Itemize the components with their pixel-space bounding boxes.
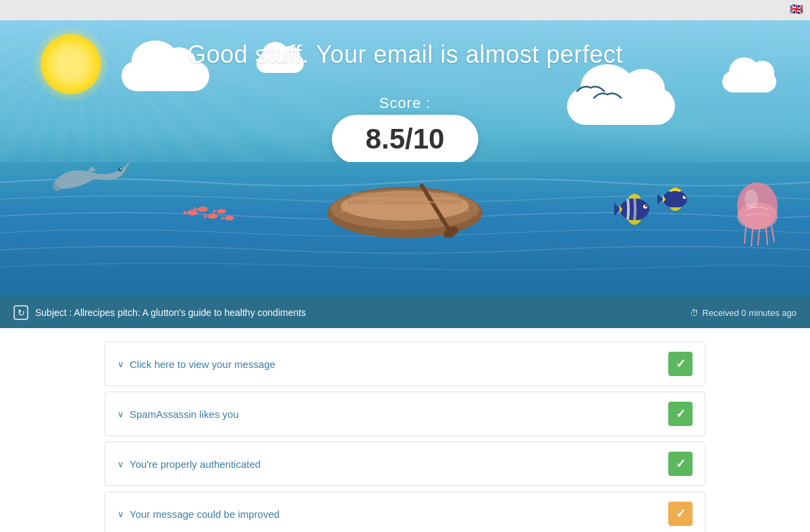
boat <box>324 111 486 240</box>
jellyfish <box>732 179 783 246</box>
svg-point-19 <box>684 196 686 197</box>
accordion-label-4: ∨Your message could be improved <box>117 508 279 520</box>
accordion: ∨Click here to view your message✓∨SpamAs… <box>105 342 705 532</box>
subject-right: ⏱ Received 0 minutes ago <box>690 308 796 318</box>
accordion-badge-3: ✓ <box>668 452 693 476</box>
accordion-badge-2: ✓ <box>668 402 693 426</box>
score-label: Score : <box>379 95 431 112</box>
accordion-label-1: ∨Click here to view your message <box>117 358 275 370</box>
clock-icon: ⏱ <box>690 308 699 318</box>
svg-point-22 <box>745 190 758 209</box>
svg-point-13 <box>225 216 234 221</box>
accordion-text: You're properly authenticated <box>130 458 261 470</box>
accordion-item-1[interactable]: ∨Click here to view your message✓ <box>105 342 705 386</box>
chevron-icon: ∨ <box>117 509 124 519</box>
accordion-text: Your message could be improved <box>130 508 279 520</box>
accordion-item-2[interactable]: ∨SpamAssassin likes you✓ <box>105 392 705 436</box>
chevron-icon: ∨ <box>117 359 124 369</box>
svg-point-9 <box>187 210 198 215</box>
refresh-button[interactable]: ↻ <box>14 305 28 320</box>
chevron-icon: ∨ <box>117 459 124 469</box>
hero-title: Good stuff. Your email is almost perfect <box>187 41 623 69</box>
accordion-badge-1: ✓ <box>668 352 693 376</box>
accordion-item-4[interactable]: ∨Your message could be improved✓ <box>105 491 705 532</box>
svg-rect-4 <box>351 192 459 198</box>
accordion-badge-4: ✓ <box>668 502 693 526</box>
svg-line-25 <box>758 229 759 245</box>
subject-left: ↻ Subject : Allrecipes pitch: A glutton'… <box>14 305 306 320</box>
subject-bar: ↻ Subject : Allrecipes pitch: A glutton'… <box>0 297 810 328</box>
received-text: Received 0 minutes ago <box>703 308 796 318</box>
content-area: ∨Click here to view your message✓∨SpamAs… <box>0 328 810 532</box>
svg-line-23 <box>745 228 746 243</box>
birds <box>574 74 628 108</box>
accordion-text: SpamAssassin likes you <box>130 408 239 420</box>
accordion-label-3: ∨You're properly authenticated <box>117 458 261 470</box>
svg-point-7 <box>118 167 122 171</box>
lang-flag[interactable]: 🇬🇧 <box>790 3 803 16</box>
tropical-fish <box>614 176 695 243</box>
svg-line-24 <box>751 229 753 246</box>
small-fish <box>182 199 250 226</box>
svg-point-16 <box>645 205 647 207</box>
sun <box>40 34 101 95</box>
svg-point-8 <box>120 168 122 169</box>
chevron-icon: ∨ <box>117 409 124 419</box>
svg-line-27 <box>772 226 774 242</box>
accordion-label-2: ∨SpamAssassin likes you <box>117 408 239 420</box>
svg-line-26 <box>766 228 767 244</box>
svg-point-17 <box>663 190 687 208</box>
svg-point-11 <box>207 213 218 219</box>
dolphin <box>47 152 135 199</box>
accordion-text: Click here to view your message <box>130 358 275 370</box>
svg-point-12 <box>217 209 226 214</box>
svg-point-10 <box>197 207 208 212</box>
accordion-item-3[interactable]: ∨You're properly authenticated✓ <box>105 442 705 486</box>
cloud-4 <box>722 71 776 92</box>
subject-text: Subject : Allrecipes pitch: A glutton's … <box>35 307 306 318</box>
hero-section: Good stuff. Your email is almost perfect… <box>0 20 810 297</box>
